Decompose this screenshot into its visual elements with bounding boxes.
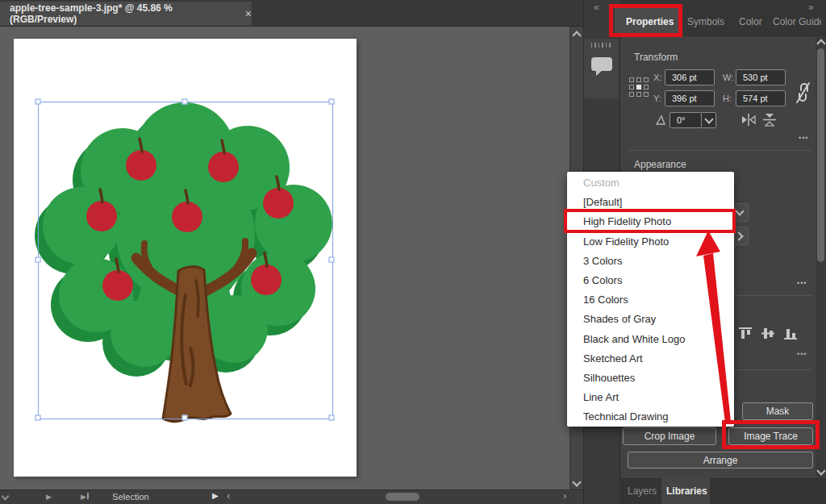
menu-item-line-art[interactable]: Line Art (567, 388, 734, 407)
y-label: Y: (653, 94, 661, 103)
menu-item-low-fidelity-photo[interactable]: Low Fidelity Photo (567, 232, 734, 252)
annotation-box-high-fidelity-photo (564, 209, 736, 233)
reference-point-icon[interactable] (629, 77, 650, 98)
rotation-dropdown-button[interactable] (702, 112, 716, 128)
close-icon[interactable]: × (245, 7, 252, 20)
chevron-down-icon (735, 206, 744, 215)
document-tab-title: apple-tree-sample-3.jpg* @ 45.86 % (RGB/… (10, 2, 234, 25)
crop-image-button[interactable]: Crop Image (623, 427, 716, 445)
mask-button[interactable]: Mask (742, 402, 813, 420)
selection-handle[interactable] (182, 99, 188, 105)
scroll-left-icon[interactable]: ‹ (227, 489, 230, 502)
expand-panel-icon[interactable]: » (808, 2, 812, 13)
menu-item-sketched-art[interactable]: Sketched Art (567, 349, 734, 369)
selection-handle[interactable] (329, 415, 335, 421)
canvas-horizontal-scroll-thumb[interactable] (386, 493, 419, 501)
x-label: X: (653, 73, 661, 82)
menu-item-custom[interactable]: Custom (567, 173, 734, 193)
selection-handle[interactable] (329, 99, 335, 105)
flip-horizontal-icon[interactable] (740, 114, 757, 126)
transform-more-icon[interactable]: ••• (799, 134, 808, 142)
document-tab[interactable]: apple-tree-sample-3.jpg* @ 45.86 % (RGB/… (0, 2, 252, 26)
chevron-right-icon (734, 231, 743, 240)
collapse-panel-icon[interactable]: « (594, 2, 598, 13)
x-input[interactable]: 306 pt (665, 69, 715, 85)
flip-vertical-icon[interactable] (763, 113, 776, 127)
rotation-input[interactable]: 0° (670, 112, 702, 128)
selection-handle[interactable] (329, 257, 335, 263)
align-more-icon[interactable]: ••• (797, 350, 807, 358)
h-label: H: (723, 94, 732, 103)
chevron-down-icon (704, 115, 713, 123)
panel-scroll-thumb[interactable] (817, 48, 824, 262)
h-input[interactable]: 574 pt (736, 90, 786, 106)
tab-color-guide[interactable]: Color Guide (773, 16, 821, 27)
tab-color[interactable]: Color (739, 16, 762, 27)
annotation-box-properties (609, 4, 682, 37)
comment-bubble-icon[interactable] (590, 55, 614, 77)
menu-item-shades-of-gray[interactable]: Shades of Gray (567, 310, 734, 329)
w-label: W: (723, 73, 733, 82)
appearance-header: Appearance (634, 159, 686, 170)
panel-grip[interactable] (591, 43, 612, 48)
transform-header: Transform (634, 52, 678, 63)
section-divider (628, 150, 811, 151)
arrange-button[interactable]: Arrange (628, 452, 813, 469)
scroll-right-icon[interactable]: › (563, 489, 566, 502)
align-center-icon[interactable] (761, 327, 775, 340)
illustrator-window: apple-tree-sample-3.jpg* @ 45.86 % (RGB/… (0, 0, 826, 504)
annotation-box-image-trace (722, 420, 820, 449)
menu-item-6-colors[interactable]: 6 Colors (567, 271, 734, 290)
menu-item-black-and-white-logo[interactable]: Black and White Logo (567, 330, 734, 349)
tab-layers[interactable]: Layers (628, 485, 657, 497)
selection-handle[interactable] (35, 99, 41, 105)
unlink-proportions-icon[interactable] (794, 81, 813, 105)
status-tool-label: Selection (103, 492, 158, 502)
align-bottom-icon[interactable] (783, 327, 798, 340)
next-artboard-icon[interactable]: ▶ (46, 493, 52, 501)
w-input[interactable]: 530 pt (736, 69, 786, 85)
menu-item-silhouettes[interactable]: Silhouettes (567, 369, 734, 388)
tab-symbols[interactable]: Symbols (687, 16, 724, 27)
selection-handle[interactable] (35, 415, 41, 421)
selection-handle[interactable] (182, 415, 188, 421)
status-flyout-icon[interactable]: ▶ (212, 491, 219, 500)
y-input[interactable]: 396 pt (665, 90, 715, 106)
menu-item-technical-drawing[interactable]: Technical Drawing (567, 407, 734, 427)
appearance-more-icon[interactable]: ••• (797, 279, 807, 287)
menu-item-16-colors[interactable]: 16 Colors (567, 290, 734, 310)
selection-box[interactable] (38, 102, 333, 419)
rotate-angle-icon (655, 115, 666, 126)
menu-item-3-colors[interactable]: 3 Colors (567, 252, 734, 271)
last-artboard-icon[interactable]: ▶ (81, 493, 89, 501)
align-top-icon[interactable] (738, 327, 753, 340)
tab-libraries[interactable]: Libraries (666, 485, 707, 497)
selection-handle[interactable] (35, 257, 41, 263)
